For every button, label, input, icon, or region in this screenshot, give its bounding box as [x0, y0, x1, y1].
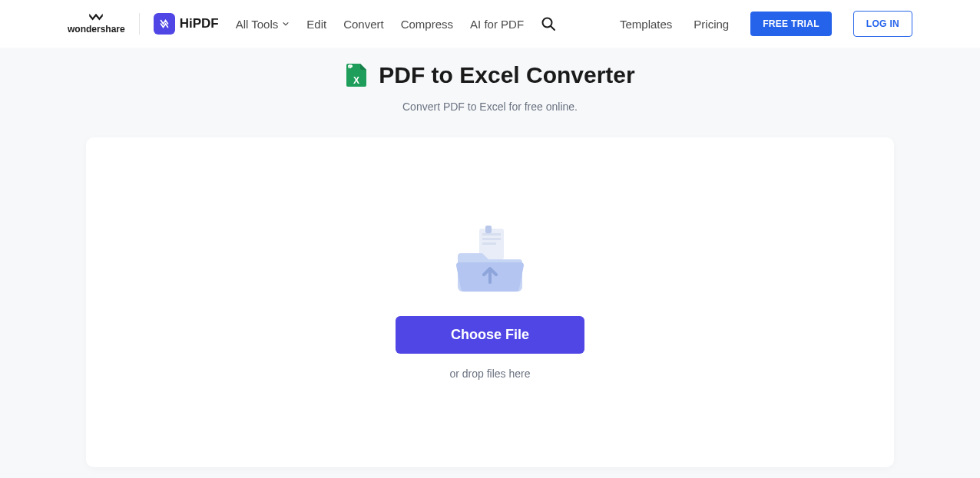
brand-divider: [139, 13, 140, 35]
excel-file-icon: X: [345, 62, 368, 88]
header: wondershare HiPDF All Tools Edit Convert…: [0, 0, 980, 48]
brand-group: wondershare HiPDF: [68, 12, 219, 35]
nav-templates[interactable]: Templates: [620, 18, 672, 31]
search-button[interactable]: [541, 16, 556, 31]
nav-compress[interactable]: Compress: [401, 18, 453, 31]
svg-line-1: [551, 26, 555, 30]
header-right: Templates Pricing FREE TRIAL LOG IN: [620, 11, 912, 37]
wondershare-label: wondershare: [68, 25, 125, 35]
choose-file-button[interactable]: Choose File: [396, 316, 584, 354]
nav-all-tools[interactable]: All Tools: [236, 18, 290, 31]
svg-rect-6: [482, 242, 496, 245]
wondershare-logo[interactable]: wondershare: [68, 12, 125, 35]
free-trial-button[interactable]: FREE TRIAL: [750, 12, 832, 36]
chevron-down-icon: [282, 20, 290, 28]
main-nav: All Tools Edit Convert Compress AI for P…: [236, 16, 556, 31]
svg-text:X: X: [353, 75, 359, 86]
login-button[interactable]: LOG IN: [853, 11, 912, 37]
svg-rect-4: [482, 233, 501, 236]
nav-convert[interactable]: Convert: [343, 18, 384, 31]
nav-compress-label: Compress: [401, 18, 453, 31]
folder-upload-icon: [452, 226, 528, 295]
nav-all-tools-label: All Tools: [236, 18, 279, 31]
page-subtitle: Convert PDF to Excel for free online.: [0, 101, 980, 113]
svg-rect-7: [485, 226, 492, 233]
nav-edit-label: Edit: [306, 18, 326, 31]
title-row: X PDF to Excel Converter: [0, 62, 980, 88]
nav-ai-for-pdf[interactable]: AI for PDF: [470, 18, 524, 31]
wondershare-icon: [88, 12, 104, 23]
nav-edit[interactable]: Edit: [306, 18, 326, 31]
hipdf-label: HiPDF: [180, 16, 219, 31]
hipdf-logo[interactable]: HiPDF: [154, 13, 219, 35]
upload-card[interactable]: Choose File or drop files here: [86, 137, 894, 467]
search-icon: [541, 16, 556, 31]
svg-rect-5: [482, 238, 501, 240]
nav-pricing[interactable]: Pricing: [694, 18, 729, 31]
hipdf-icon: [154, 13, 175, 35]
page-title: PDF to Excel Converter: [379, 62, 634, 88]
drop-hint: or drop files here: [449, 368, 530, 380]
nav-convert-label: Convert: [343, 18, 384, 31]
main-content: X PDF to Excel Converter Convert PDF to …: [0, 48, 980, 478]
nav-ai-label: AI for PDF: [470, 18, 524, 31]
